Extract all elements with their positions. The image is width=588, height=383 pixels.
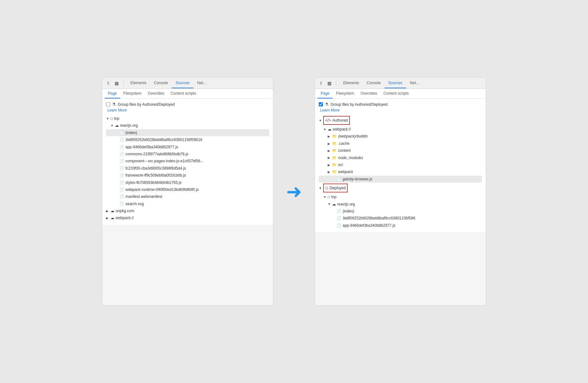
tree-item[interactable]: 📄 component---src-pages-index-js-e1c657b… [106,158,269,165]
right-devtools-topbar: ⇪ ▩ Elements Console Sources Net... [315,77,486,89]
tree-item[interactable]: ▼ □ top [106,115,269,122]
right-tab-console[interactable]: Console [363,78,384,88]
tree-item[interactable]: 📄 app-9466def3ba340b862977.js [319,222,482,229]
tree-item[interactable]: ▶ ☁ webpack:// [106,214,269,221]
right-tab-content-scripts[interactable]: Content scripts [380,89,412,98]
item-name: component---src-pages-index-js-e1c657bf5… [125,158,204,164]
device-icon[interactable]: ▩ [113,80,120,87]
cloud-icon: ☁ [110,215,114,221]
right-authored-tree: ▼ </> Authored ▼ ☁ webpack:// ▶ [319,115,482,229]
tree-item[interactable]: 📄 (index) [106,129,269,136]
tree-item[interactable]: ▶ 📁 src [319,161,482,168]
item-name: (index) [343,208,354,214]
left-tab-content-scripts[interactable]: Content scripts [167,89,199,98]
right-group-files-row: ⚗ Group files by Authored/Deployed [319,102,482,107]
right-tab-overrides[interactable]: Overrides [357,89,380,98]
arrow-icon: ▼ [323,127,328,132]
folder-icon: 📁 [332,133,337,139]
item-name: framework-ff9c508ebfda0f33cb0b.js [125,172,186,178]
left-tab-sources[interactable]: Sources [172,78,193,88]
authored-header[interactable]: ▼ </> Authored [319,115,482,126]
tree-item[interactable]: 📄 app-9466def3ba340b862977.js [106,144,269,151]
item-name: webpack:// [333,126,351,132]
tree-item[interactable]: 📄 search.svg [106,200,269,207]
tree-item[interactable]: ▶ 📁 .cache [319,140,482,147]
file-icon: 📄 [119,130,124,136]
arrow-icon: ▶ [106,215,110,221]
tree-item[interactable]: ▶ 📁 content [319,147,482,154]
left-tab-filesystem[interactable]: Filesystem [120,89,144,98]
left-tab-console[interactable]: Console [150,78,172,88]
authored-code-icon: </> [325,117,331,124]
file-icon: 📄 [119,179,124,186]
right-tab-sources[interactable]: Sources [384,78,406,88]
file-icon: 📄 [119,137,124,143]
right-learn-more[interactable]: Learn More [320,108,482,112]
item-name: content [338,147,351,154]
cloud-icon: ☁ [328,126,331,132]
file-icon: 📄 [119,158,124,164]
right-tab-network[interactable]: Net... [406,78,423,88]
left-tab-elements[interactable]: Elements [127,78,150,88]
cursor-icon[interactable]: ⇪ [105,80,112,87]
tree-item[interactable]: 📄 gatsby-browser.js [319,176,482,183]
arrow-icon: ▼ [323,194,328,200]
deployed-box-icon: ◇ [325,185,328,192]
item-name: top [114,115,119,122]
item-name: reactjs.org [337,201,355,207]
item-name: webpack:// [116,215,134,221]
deployed-header[interactable]: ▼ ◇ Deployed [319,183,482,193]
tree-item[interactable]: 📄 webpack-runtime-090f00ed13bd69fd80f0.j… [106,186,269,193]
arrow-icon: ▶ [328,162,332,168]
item-name: webpack [338,169,353,175]
tree-item[interactable]: 📄 framework-ff9c508ebfda0f33cb0b.js [106,172,269,179]
tree-item[interactable]: 📄 3e8f09252b6028beb8baf8cc63801156f586 [319,215,482,222]
left-learn-more[interactable]: Learn More [107,108,269,112]
tree-item[interactable]: 📄 (index) [319,208,482,215]
tree-item[interactable]: ▼ □ top [319,193,482,200]
tree-item[interactable]: ▶ 📁 (webpack)/buildin [319,133,482,140]
file-icon: 📄 [119,151,124,157]
tree-item[interactable]: 📄 3e8f09252b6028beb8baf8cc63801156f58616 [106,136,269,143]
right-tab-page[interactable]: Page [317,89,333,98]
tree-item[interactable]: ▶ 📁 webpack [319,168,482,175]
tree-item[interactable]: 📄 styles-fb708593b484b04b1765.js [106,179,269,186]
left-tab-network[interactable]: Net... [193,78,210,88]
tree-item[interactable]: 📄 fc233f00-cba3d9005c3896f6d5d4.js [106,165,269,172]
deployed-label-text: Deployed [330,185,346,191]
folder-icon: 📁 [332,162,337,168]
arrow-icon: ▼ [110,123,115,128]
right-tab-filesystem[interactable]: Filesystem [333,89,357,98]
folder-icon: □ [328,194,330,200]
left-tab-page[interactable]: Page [105,89,120,98]
folder-icon: 📁 [332,155,337,161]
item-name: gatsby-browser.js [343,176,372,182]
left-group-checkbox[interactable] [106,102,110,106]
file-icon: 📄 [119,201,124,207]
file-icon: 📄 [337,222,341,229]
tree-item[interactable]: 📄 manifest.webmanifest [106,193,269,200]
tree-item[interactable]: ▼ ☁ reactjs.org [319,201,482,208]
tree-item[interactable]: ▼ ☁ webpack:// [319,126,482,133]
device-icon[interactable]: ▩ [326,80,333,87]
authored-section-label: </> Authored [323,116,350,125]
right-tab-elements[interactable]: Elements [339,78,363,88]
tree-item[interactable]: ▶ 📁 node_modules [319,154,482,161]
main-container: ⇪ ▩ Elements Console Sources Net... Page… [102,77,486,306]
left-devtools-tabs: Elements Console Sources Net... [127,78,271,88]
item-name: unpkg.com [116,208,134,214]
tree-item[interactable]: ▶ ☁ unpkg.com [106,207,269,214]
item-name: node_modules [338,155,363,161]
tree-item[interactable]: 📄 commons-21f8977ade868b5bdb78.js [106,151,269,158]
arrow-icon: ▶ [328,155,332,160]
left-tab-overrides[interactable]: Overrides [144,89,167,98]
tree-item[interactable]: ▼ ☁ reactjs.org [106,122,269,129]
item-name: webpack-runtime-090f00ed13bd69fd80f0.js [125,186,199,193]
arrow-icon: ▼ [328,201,332,207]
file-icon: 📄 [119,186,124,193]
right-group-checkbox[interactable] [319,102,323,106]
cursor-icon[interactable]: ⇪ [317,80,324,87]
item-name: fc233f00-cba3d9005c3896f6d5d4.js [125,165,186,171]
file-icon: 📄 [337,215,341,221]
item-name: src [338,162,343,168]
